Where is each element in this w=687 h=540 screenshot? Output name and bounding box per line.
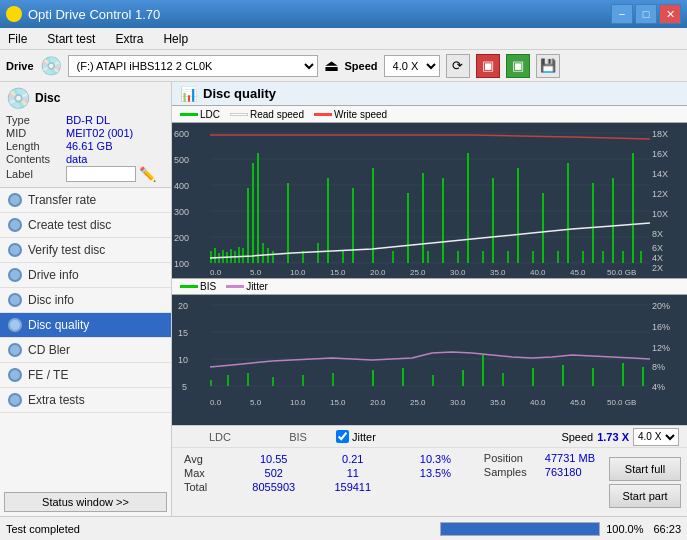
contents-label: Contents: [6, 153, 66, 165]
nav-dot: [8, 268, 22, 282]
nav-label: Transfer rate: [28, 193, 96, 207]
label-input[interactable]: [66, 166, 136, 182]
nav-fe-te[interactable]: FE / TE: [0, 363, 171, 388]
svg-text:2X: 2X: [652, 263, 663, 273]
speed-select[interactable]: 4.0 X: [384, 55, 440, 77]
svg-text:45.0: 45.0: [570, 268, 586, 277]
svg-text:40.0: 40.0: [530, 268, 546, 277]
drive-select[interactable]: (F:) ATAPI iHBS112 2 CL0K: [68, 55, 318, 77]
svg-text:600: 600: [174, 129, 189, 139]
speed-dropdown[interactable]: 4.0 X: [633, 428, 679, 446]
svg-rect-54: [392, 251, 394, 263]
start-buttons: Start full Start part: [603, 448, 687, 516]
svg-rect-60: [467, 153, 469, 263]
start-part-button[interactable]: Start part: [609, 484, 681, 508]
minimize-button[interactable]: −: [611, 4, 633, 24]
menu-help[interactable]: Help: [159, 31, 192, 47]
progress-bar-fill: [441, 523, 599, 535]
color1-button[interactable]: ▣: [476, 54, 500, 78]
status-time: 66:23: [653, 523, 681, 535]
svg-text:10.0: 10.0: [290, 398, 306, 407]
left-panel: 💿 Disc Type BD-R DL MID MEIT02 (001) Len…: [0, 82, 172, 516]
svg-text:25.0: 25.0: [410, 268, 426, 277]
svg-rect-42: [252, 163, 254, 263]
charts-area: LDC Read speed Write speed: [172, 106, 687, 425]
speed-info: Speed 1.73 X 4.0 X: [561, 428, 679, 446]
legend-jitter-color: [226, 285, 244, 288]
svg-text:10: 10: [178, 355, 188, 365]
nav-dot: [8, 393, 22, 407]
svg-rect-109: [462, 370, 464, 386]
length-value: 46.61 GB: [66, 140, 112, 152]
status-text: Test completed: [6, 523, 434, 535]
nav-transfer-rate[interactable]: Transfer rate: [0, 188, 171, 213]
close-button[interactable]: ✕: [659, 4, 681, 24]
max-ldc: 502: [232, 466, 316, 480]
jitter-checkbox[interactable]: [336, 430, 349, 443]
svg-rect-35: [222, 250, 224, 263]
svg-text:500: 500: [174, 155, 189, 165]
chart1-legend: LDC Read speed Write speed: [172, 106, 687, 123]
nav-cd-bler[interactable]: CD Bler: [0, 338, 171, 363]
speed-info-label: Speed: [561, 431, 593, 443]
avg-label: Avg: [180, 452, 232, 466]
start-full-button[interactable]: Start full: [609, 457, 681, 481]
dq-icon: 📊: [180, 86, 197, 102]
svg-rect-47: [287, 183, 289, 263]
stats-controls-row: LDC BIS Jitter Speed 1.73 X 4.0 X: [172, 426, 687, 448]
svg-rect-61: [482, 251, 484, 263]
svg-rect-112: [532, 368, 534, 386]
nav-disc-info[interactable]: Disc info: [0, 288, 171, 313]
nav-dot: [8, 343, 22, 357]
disc-info-panel: 💿 Disc Type BD-R DL MID MEIT02 (001) Len…: [0, 82, 171, 188]
svg-rect-113: [562, 365, 564, 386]
eject-icon[interactable]: ⏏: [324, 56, 339, 75]
status-window-button[interactable]: Status window >>: [4, 492, 167, 512]
nav-extra-tests[interactable]: Extra tests: [0, 388, 171, 413]
disc-section-label: Disc: [35, 91, 60, 105]
progress-percent: 100.0%: [606, 523, 643, 535]
legend-bis-label: BIS: [200, 281, 216, 292]
legend-ldc-color: [180, 113, 198, 116]
menu-extra[interactable]: Extra: [111, 31, 147, 47]
refresh-button[interactable]: ⟳: [446, 54, 470, 78]
maximize-button[interactable]: □: [635, 4, 657, 24]
nav-drive-info[interactable]: Drive info: [0, 263, 171, 288]
save-button[interactable]: 💾: [536, 54, 560, 78]
nav-create-test-disc[interactable]: Create test disc: [0, 213, 171, 238]
svg-text:15.0: 15.0: [330, 268, 346, 277]
max-jitter: 13.5%: [403, 466, 468, 480]
samples-label: Samples: [484, 466, 539, 478]
nav-dot: [8, 193, 22, 207]
svg-text:5: 5: [182, 382, 187, 392]
svg-rect-40: [242, 248, 244, 263]
nav-verify-test-disc[interactable]: Verify test disc: [0, 238, 171, 263]
svg-text:30.0: 30.0: [450, 398, 466, 407]
legend-ldc: LDC: [180, 109, 220, 120]
svg-text:20: 20: [178, 301, 188, 311]
nav-dot: [8, 243, 22, 257]
avg-ldc: 10.55: [232, 452, 316, 466]
svg-rect-102: [247, 373, 249, 386]
svg-text:20.0: 20.0: [370, 398, 386, 407]
svg-text:8%: 8%: [652, 362, 665, 372]
jitter-checkbox-item[interactable]: Jitter: [336, 430, 376, 443]
svg-rect-111: [502, 373, 504, 386]
menu-start-test[interactable]: Start test: [43, 31, 99, 47]
menu-file[interactable]: File: [4, 31, 31, 47]
svg-rect-64: [517, 168, 519, 263]
length-label: Length: [6, 140, 66, 152]
nav-dot: [8, 368, 22, 382]
svg-text:10X: 10X: [652, 209, 668, 219]
svg-text:200: 200: [174, 233, 189, 243]
label-icon[interactable]: ✏️: [139, 166, 156, 182]
mid-label: MID: [6, 127, 66, 139]
color2-button[interactable]: ▣: [506, 54, 530, 78]
legend-read-speed: Read speed: [230, 109, 304, 120]
legend-rs-label: Read speed: [250, 109, 304, 120]
svg-rect-62: [492, 178, 494, 263]
nav-disc-quality[interactable]: Disc quality: [0, 313, 171, 338]
svg-rect-108: [432, 375, 434, 386]
svg-rect-115: [622, 363, 624, 386]
svg-rect-114: [592, 368, 594, 386]
